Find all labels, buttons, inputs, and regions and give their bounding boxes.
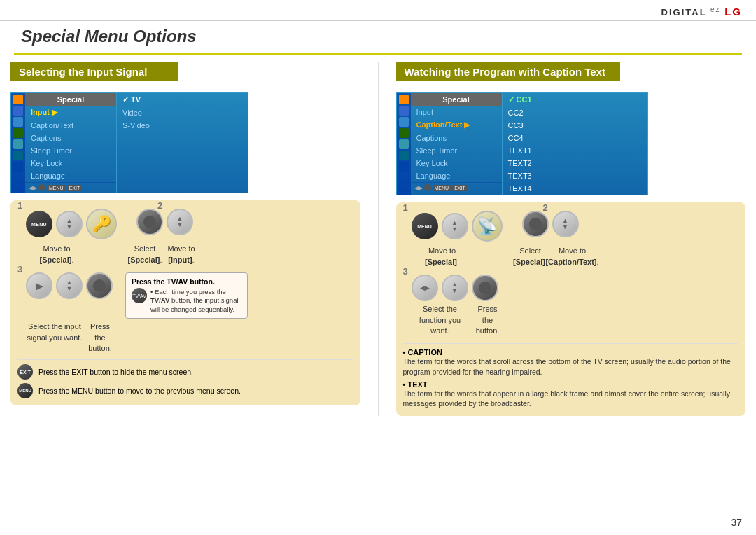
right-menu-item-language: Language bbox=[411, 169, 502, 182]
right-sub-text4: TEXT4 bbox=[503, 182, 648, 195]
left-menu-item-caption: Caption/Text bbox=[25, 119, 116, 132]
left-sub-item-tv: ✓ TV bbox=[117, 93, 248, 106]
left-updown-btn2[interactable]: ▲ ▼ bbox=[167, 209, 193, 235]
right-updown-btn1[interactable]: ▲ ▼ bbox=[442, 213, 468, 239]
left-key-btn[interactable]: 🔑 bbox=[86, 209, 117, 239]
right-menu-item-caption: Caption/Text ▶ bbox=[411, 118, 502, 132]
left-ok-btn2[interactable] bbox=[86, 272, 113, 299]
right-step2b-label: Move to[Caption/Text]. bbox=[552, 246, 594, 268]
right-sub-cc4: CC4 bbox=[503, 132, 648, 144]
ez-text: ez bbox=[710, 6, 721, 13]
section-divider bbox=[378, 62, 379, 416]
left-step2b-label: Move to[Input]. bbox=[166, 244, 197, 265]
brand-logo: DIGITAL ez LG bbox=[662, 6, 742, 18]
left-sub-item-svideo: S-Video bbox=[117, 119, 248, 132]
right-menu-item-keylock: Key Lock bbox=[411, 157, 502, 169]
left-section: Selecting the Input Signal Special Input… bbox=[10, 62, 360, 416]
right-menu-title: Special bbox=[411, 93, 502, 106]
left-step2a-label: Select[Special]. bbox=[130, 244, 160, 265]
left-menu-item-language: Language bbox=[25, 169, 116, 182]
caption-note-title: • CAPTION bbox=[403, 348, 739, 356]
right-tv-menu: Special Input Caption/Text ▶ Captions Sl… bbox=[396, 92, 648, 195]
left-exit-note: EXIT Press the EXIT button to hide the m… bbox=[18, 364, 354, 380]
right-step3-label2: Press the button. bbox=[472, 304, 503, 336]
right-menu-item-captions: Captions bbox=[411, 132, 502, 144]
right-sub-text3: TEXT3 bbox=[503, 169, 648, 182]
left-menu-note: MENU Press the MENU button to move to th… bbox=[18, 383, 354, 398]
left-menu-text: Press the MENU button to move to the pre… bbox=[38, 387, 241, 395]
right-updown-btn3[interactable]: ▲ ▼ bbox=[442, 275, 468, 301]
left-tv-menu: Special Input ▶ Caption/Text Captions Sl… bbox=[10, 92, 248, 193]
left-right-btn[interactable]: ▶ bbox=[26, 272, 52, 299]
right-menu-item-sleep: Sleep Timer bbox=[411, 144, 502, 157]
left-menu-item-keylock: Key Lock bbox=[25, 157, 116, 169]
left-step3-label1: Select the input signal you want. bbox=[26, 321, 83, 354]
page-title: Special Menu Options bbox=[0, 21, 756, 53]
right-sub-cc1: ✓ CC1 bbox=[503, 93, 648, 106]
left-exit-text: Press the EXIT button to hide the menu s… bbox=[38, 368, 193, 376]
menu-btn-icon[interactable]: MENU bbox=[18, 383, 33, 398]
right-leftright-btn[interactable]: ◀ ▶ bbox=[412, 275, 438, 301]
right-menu-btn[interactable]: MENU bbox=[412, 213, 438, 239]
right-section: Watching the Program with Caption Text S… bbox=[396, 62, 746, 416]
header: DIGITAL ez LG bbox=[0, 0, 756, 21]
right-sub-text2: TEXT2 bbox=[503, 157, 648, 169]
left-ok-btn[interactable] bbox=[136, 209, 163, 235]
left-tvav-info: Press the TV/AV button. TV/AV • Each tim… bbox=[125, 272, 248, 319]
right-step3-label1: Select the function you want. bbox=[412, 304, 469, 336]
left-footer-notes: EXIT Press the EXIT button to hide the m… bbox=[18, 359, 354, 398]
right-section-header: Watching the Program with Caption Text bbox=[396, 62, 620, 81]
right-ok-btn[interactable] bbox=[522, 211, 549, 237]
right-sub-text1: TEXT1 bbox=[503, 144, 648, 157]
left-sub-item-video: Video bbox=[117, 106, 248, 119]
digital-text: DIGITAL bbox=[662, 7, 707, 18]
right-sub-cc2: CC2 bbox=[503, 106, 648, 119]
right-updown-btn2[interactable]: ▲ ▼ bbox=[552, 211, 579, 237]
right-satellite-btn[interactable]: 📡 bbox=[472, 211, 503, 242]
right-caption-notes: • CAPTION The term for the words that sc… bbox=[403, 343, 739, 409]
left-menu-item-captions: Captions bbox=[25, 132, 116, 144]
left-tvav-title: Press the TV/AV button. bbox=[132, 277, 241, 286]
left-step3-label2: Press the button. bbox=[87, 321, 113, 354]
caption-note-body: The term for the words that scroll acros… bbox=[403, 356, 739, 377]
left-section-header: Selecting the Input Signal bbox=[10, 62, 178, 81]
left-tvav-btn[interactable]: TV/AV bbox=[132, 288, 147, 303]
right-instruction-area: 1 MENU ▲ ▼ 📡 2 bbox=[396, 202, 746, 416]
left-menu-item-sleep: Sleep Timer bbox=[25, 144, 116, 157]
left-instruction-area: 1 MENU ▲ ▼ 🔑 bbox=[10, 200, 360, 405]
lg-text: LG bbox=[724, 6, 742, 18]
left-updown-btn1[interactable]: ▲ ▼ bbox=[56, 211, 83, 237]
right-sub-cc3: CC3 bbox=[503, 119, 648, 132]
left-step1-label: Move to[Special]. bbox=[26, 244, 88, 265]
left-menu-title: Special bbox=[25, 93, 116, 106]
right-step1-label: Move to[Special]. bbox=[412, 246, 473, 268]
left-tvav-note: • Each time you press the TV/AV button, … bbox=[150, 288, 241, 314]
right-ok-btn2[interactable] bbox=[472, 275, 498, 301]
right-menu-item-input: Input bbox=[411, 106, 502, 118]
left-updown-btn3[interactable]: ▲ ▼ bbox=[56, 272, 83, 299]
page-number: 37 bbox=[731, 517, 742, 528]
right-step2a-label: Select[Special]. bbox=[515, 246, 546, 268]
exit-btn-icon[interactable]: EXIT bbox=[18, 364, 33, 380]
text-note-title: • TEXT bbox=[403, 380, 739, 389]
left-menu-btn[interactable]: MENU bbox=[26, 211, 52, 237]
text-note-body: The term for the words that appear in a … bbox=[403, 389, 739, 409]
left-menu-item-input: Input ▶ bbox=[25, 106, 116, 119]
